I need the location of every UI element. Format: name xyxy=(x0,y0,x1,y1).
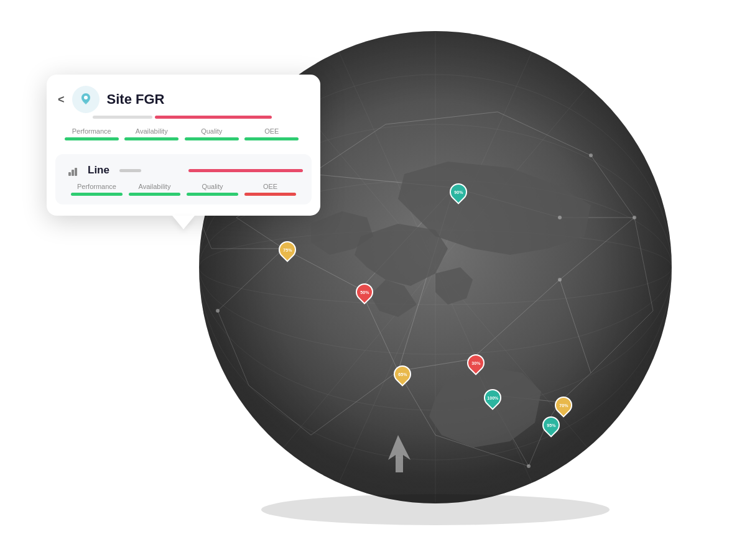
back-button[interactable]: < xyxy=(58,93,65,106)
svg-rect-70 xyxy=(75,168,77,176)
pin-100-label: 100% xyxy=(487,396,498,400)
pin-30[interactable]: 30% xyxy=(467,354,485,372)
line-metric-quality: Quality xyxy=(183,183,241,196)
svg-point-64 xyxy=(527,464,531,468)
line-label-bar xyxy=(119,169,141,172)
line-section: Line Performance Availability xyxy=(55,154,312,204)
svg-point-67 xyxy=(84,96,88,99)
svg-point-60 xyxy=(216,309,220,313)
popup-card: < Site FGR Performance xyxy=(47,75,320,216)
svg-rect-68 xyxy=(68,172,71,176)
site-metric-availability: Availability xyxy=(122,127,182,140)
line-quality-label: Quality xyxy=(202,183,223,190)
line-metric-availability: Availability xyxy=(126,183,183,196)
pin-95[interactable]: 95% xyxy=(542,416,560,434)
line-quality-bar xyxy=(187,193,239,196)
site-quality-label: Quality xyxy=(201,127,222,135)
site-bar-segment1 xyxy=(93,116,152,119)
site-oee-label: OEE xyxy=(264,127,279,135)
globe-container: 90% 75% 50% 65% 30% 100% 70% 95% xyxy=(0,0,747,560)
pin-65-label: 65% xyxy=(398,372,407,377)
line-perf-label: Performance xyxy=(77,183,116,190)
pin-75-label: 75% xyxy=(283,248,292,252)
site-header: < Site FGR xyxy=(58,86,305,113)
pin-50[interactable]: 50% xyxy=(356,283,373,301)
site-quality-bar xyxy=(185,137,239,140)
site-bar-segment2 xyxy=(155,116,272,119)
pin-30-label: 30% xyxy=(471,361,480,365)
line-metric-oee: OEE xyxy=(241,183,299,196)
site-perf-bar xyxy=(65,137,119,140)
line-metric-performance: Performance xyxy=(68,183,126,196)
site-icon xyxy=(72,86,100,113)
pin-90-label: 90% xyxy=(454,190,463,195)
line-metrics-row: Performance Availability Quality OEE xyxy=(64,183,303,196)
svg-point-62 xyxy=(589,154,593,157)
pin-70[interactable]: 70% xyxy=(555,397,572,414)
site-name: Site FGR xyxy=(107,91,305,108)
svg-rect-69 xyxy=(72,170,74,176)
line-oee-label: OEE xyxy=(263,183,277,190)
site-metric-performance: Performance xyxy=(62,127,122,140)
line-header: Line xyxy=(64,162,303,179)
site-metrics-row: Performance Availability Quality OEE xyxy=(58,127,305,140)
svg-point-63 xyxy=(558,278,562,282)
svg-point-61 xyxy=(633,216,636,219)
line-name: Line xyxy=(88,164,109,177)
pin-100[interactable]: 100% xyxy=(484,389,501,406)
line-icon xyxy=(64,162,81,179)
line-oee-bar xyxy=(244,193,297,196)
line-top-bar xyxy=(188,169,303,172)
pin-65[interactable]: 65% xyxy=(394,365,411,383)
pin-50-label: 50% xyxy=(360,290,369,295)
line-perf-bar xyxy=(71,193,123,196)
line-avail-label: Availability xyxy=(139,183,171,190)
svg-point-58 xyxy=(558,216,562,219)
site-metric-oee: OEE xyxy=(242,127,302,140)
line-avail-bar xyxy=(129,193,181,196)
site-oee-bar xyxy=(244,137,299,140)
site-avail-bar xyxy=(124,137,179,140)
pin-90[interactable]: 90% xyxy=(450,183,467,201)
pin-75[interactable]: 75% xyxy=(279,241,296,259)
pin-95-label: 95% xyxy=(547,423,555,428)
site-top-bar xyxy=(93,116,305,119)
pin-70-label: 70% xyxy=(559,403,568,408)
site-perf-label: Performance xyxy=(72,127,111,135)
svg-point-53 xyxy=(261,494,610,525)
site-avail-label: Availability xyxy=(136,127,168,135)
site-section: < Site FGR Performance xyxy=(47,75,320,149)
site-metric-quality: Quality xyxy=(182,127,242,140)
